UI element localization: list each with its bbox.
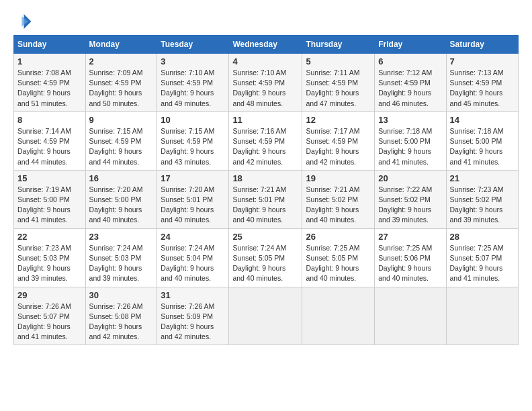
day-number: 15 bbox=[17, 173, 82, 183]
day-info: Sunrise: 7:24 AM Sunset: 5:04 PM Dayligh… bbox=[161, 243, 225, 284]
day-info: Sunrise: 7:10 AM Sunset: 4:59 PM Dayligh… bbox=[161, 68, 225, 109]
day-info: Sunrise: 7:13 AM Sunset: 4:59 PM Dayligh… bbox=[450, 68, 515, 109]
day-info: Sunrise: 7:18 AM Sunset: 5:00 PM Dayligh… bbox=[450, 126, 515, 167]
day-number: 23 bbox=[89, 232, 154, 242]
day-info: Sunrise: 7:19 AM Sunset: 5:00 PM Dayligh… bbox=[17, 185, 82, 226]
calendar-cell: 16Sunrise: 7:20 AM Sunset: 5:00 PM Dayli… bbox=[85, 170, 157, 228]
weekday-header: Monday bbox=[85, 36, 157, 54]
day-number: 25 bbox=[232, 232, 298, 242]
calendar-cell: 7Sunrise: 7:13 AM Sunset: 4:59 PM Daylig… bbox=[446, 54, 519, 112]
calendar-cell: 15Sunrise: 7:19 AM Sunset: 5:00 PM Dayli… bbox=[14, 170, 86, 228]
day-info: Sunrise: 7:25 AM Sunset: 5:07 PM Dayligh… bbox=[450, 243, 515, 284]
weekday-header: Tuesday bbox=[157, 36, 229, 54]
calendar-week-row: 8Sunrise: 7:14 AM Sunset: 4:59 PM Daylig… bbox=[14, 111, 519, 170]
calendar-week-row: 15Sunrise: 7:19 AM Sunset: 5:00 PM Dayli… bbox=[14, 170, 519, 228]
day-info: Sunrise: 7:24 AM Sunset: 5:03 PM Dayligh… bbox=[89, 243, 154, 284]
day-number: 2 bbox=[89, 56, 154, 66]
day-info: Sunrise: 7:18 AM Sunset: 5:00 PM Dayligh… bbox=[378, 126, 442, 167]
day-info: Sunrise: 7:14 AM Sunset: 4:59 PM Dayligh… bbox=[17, 126, 82, 167]
day-number: 17 bbox=[161, 173, 225, 183]
logo bbox=[13, 12, 36, 31]
day-info: Sunrise: 7:25 AM Sunset: 5:06 PM Dayligh… bbox=[378, 243, 442, 284]
day-number: 18 bbox=[232, 173, 298, 183]
day-info: Sunrise: 7:16 AM Sunset: 4:59 PM Dayligh… bbox=[232, 126, 298, 167]
day-number: 24 bbox=[161, 232, 225, 242]
day-number: 12 bbox=[306, 115, 371, 125]
weekday-header: Saturday bbox=[446, 36, 519, 54]
calendar-cell: 1Sunrise: 7:08 AM Sunset: 4:59 PM Daylig… bbox=[14, 54, 86, 112]
calendar-header-row: SundayMondayTuesdayWednesdayThursdayFrid… bbox=[14, 36, 519, 54]
calendar-cell bbox=[446, 287, 519, 345]
day-info: Sunrise: 7:10 AM Sunset: 4:59 PM Dayligh… bbox=[232, 68, 298, 109]
day-number: 8 bbox=[17, 115, 82, 125]
day-number: 13 bbox=[378, 115, 442, 125]
calendar-week-row: 1Sunrise: 7:08 AM Sunset: 4:59 PM Daylig… bbox=[14, 54, 519, 112]
calendar-cell: 30Sunrise: 7:26 AM Sunset: 5:08 PM Dayli… bbox=[85, 287, 157, 345]
day-number: 6 bbox=[378, 56, 442, 66]
calendar-cell: 3Sunrise: 7:10 AM Sunset: 4:59 PM Daylig… bbox=[157, 54, 229, 112]
logo-icon bbox=[13, 12, 32, 31]
day-number: 7 bbox=[450, 56, 515, 66]
day-info: Sunrise: 7:17 AM Sunset: 4:59 PM Dayligh… bbox=[306, 126, 371, 167]
day-info: Sunrise: 7:24 AM Sunset: 5:05 PM Dayligh… bbox=[232, 243, 298, 284]
day-number: 9 bbox=[89, 115, 154, 125]
calendar-cell: 8Sunrise: 7:14 AM Sunset: 4:59 PM Daylig… bbox=[14, 111, 86, 170]
calendar-cell: 28Sunrise: 7:25 AM Sunset: 5:07 PM Dayli… bbox=[446, 228, 519, 287]
calendar-cell: 2Sunrise: 7:09 AM Sunset: 4:59 PM Daylig… bbox=[85, 54, 157, 112]
day-number: 27 bbox=[378, 232, 442, 242]
day-info: Sunrise: 7:26 AM Sunset: 5:08 PM Dayligh… bbox=[89, 302, 154, 342]
calendar-cell: 29Sunrise: 7:26 AM Sunset: 5:07 PM Dayli… bbox=[14, 287, 86, 345]
day-info: Sunrise: 7:09 AM Sunset: 4:59 PM Dayligh… bbox=[89, 68, 154, 109]
calendar-cell: 25Sunrise: 7:24 AM Sunset: 5:05 PM Dayli… bbox=[229, 228, 302, 287]
day-number: 31 bbox=[161, 290, 225, 300]
day-number: 1 bbox=[17, 56, 82, 66]
day-info: Sunrise: 7:12 AM Sunset: 4:59 PM Dayligh… bbox=[378, 68, 442, 109]
weekday-header: Thursday bbox=[302, 36, 375, 54]
day-number: 16 bbox=[89, 173, 154, 183]
day-info: Sunrise: 7:23 AM Sunset: 5:02 PM Dayligh… bbox=[450, 185, 515, 226]
day-info: Sunrise: 7:15 AM Sunset: 4:59 PM Dayligh… bbox=[89, 126, 154, 167]
day-info: Sunrise: 7:20 AM Sunset: 5:00 PM Dayligh… bbox=[89, 185, 154, 226]
day-info: Sunrise: 7:11 AM Sunset: 4:59 PM Dayligh… bbox=[306, 68, 371, 109]
calendar-cell bbox=[229, 287, 302, 345]
calendar-cell: 13Sunrise: 7:18 AM Sunset: 5:00 PM Dayli… bbox=[375, 111, 446, 170]
day-number: 26 bbox=[306, 232, 371, 242]
calendar-cell: 24Sunrise: 7:24 AM Sunset: 5:04 PM Dayli… bbox=[157, 228, 229, 287]
calendar-cell: 27Sunrise: 7:25 AM Sunset: 5:06 PM Dayli… bbox=[375, 228, 446, 287]
day-info: Sunrise: 7:20 AM Sunset: 5:01 PM Dayligh… bbox=[161, 185, 225, 226]
day-info: Sunrise: 7:23 AM Sunset: 5:03 PM Dayligh… bbox=[17, 243, 82, 284]
calendar-cell: 14Sunrise: 7:18 AM Sunset: 5:00 PM Dayli… bbox=[446, 111, 519, 170]
day-info: Sunrise: 7:26 AM Sunset: 5:09 PM Dayligh… bbox=[161, 302, 225, 342]
day-info: Sunrise: 7:26 AM Sunset: 5:07 PM Dayligh… bbox=[17, 302, 82, 342]
calendar-cell: 23Sunrise: 7:24 AM Sunset: 5:03 PM Dayli… bbox=[85, 228, 157, 287]
day-number: 19 bbox=[306, 173, 371, 183]
day-number: 29 bbox=[17, 290, 82, 300]
calendar-cell: 12Sunrise: 7:17 AM Sunset: 4:59 PM Dayli… bbox=[302, 111, 375, 170]
calendar-cell: 9Sunrise: 7:15 AM Sunset: 4:59 PM Daylig… bbox=[85, 111, 157, 170]
calendar-cell: 22Sunrise: 7:23 AM Sunset: 5:03 PM Dayli… bbox=[14, 228, 86, 287]
calendar-cell: 5Sunrise: 7:11 AM Sunset: 4:59 PM Daylig… bbox=[302, 54, 375, 112]
day-number: 3 bbox=[161, 56, 225, 66]
calendar-cell bbox=[302, 287, 375, 345]
calendar-cell: 19Sunrise: 7:21 AM Sunset: 5:02 PM Dayli… bbox=[302, 170, 375, 228]
day-number: 4 bbox=[232, 56, 298, 66]
day-info: Sunrise: 7:15 AM Sunset: 4:59 PM Dayligh… bbox=[161, 126, 225, 167]
calendar-cell: 20Sunrise: 7:22 AM Sunset: 5:02 PM Dayli… bbox=[375, 170, 446, 228]
day-number: 5 bbox=[306, 56, 371, 66]
calendar-week-row: 29Sunrise: 7:26 AM Sunset: 5:07 PM Dayli… bbox=[14, 287, 519, 345]
header bbox=[13, 12, 519, 31]
calendar-cell: 11Sunrise: 7:16 AM Sunset: 4:59 PM Dayli… bbox=[229, 111, 302, 170]
day-number: 14 bbox=[450, 115, 515, 125]
day-number: 10 bbox=[161, 115, 225, 125]
calendar-cell: 18Sunrise: 7:21 AM Sunset: 5:01 PM Dayli… bbox=[229, 170, 302, 228]
calendar-cell: 31Sunrise: 7:26 AM Sunset: 5:09 PM Dayli… bbox=[157, 287, 229, 345]
day-number: 11 bbox=[232, 115, 298, 125]
page-container: SundayMondayTuesdayWednesdayThursdayFrid… bbox=[0, 0, 532, 352]
calendar-cell: 17Sunrise: 7:20 AM Sunset: 5:01 PM Dayli… bbox=[157, 170, 229, 228]
day-number: 20 bbox=[378, 173, 442, 183]
day-info: Sunrise: 7:22 AM Sunset: 5:02 PM Dayligh… bbox=[378, 185, 442, 226]
day-number: 22 bbox=[17, 232, 82, 242]
day-number: 30 bbox=[89, 290, 154, 300]
day-info: Sunrise: 7:08 AM Sunset: 4:59 PM Dayligh… bbox=[17, 68, 82, 109]
calendar-cell: 6Sunrise: 7:12 AM Sunset: 4:59 PM Daylig… bbox=[375, 54, 446, 112]
